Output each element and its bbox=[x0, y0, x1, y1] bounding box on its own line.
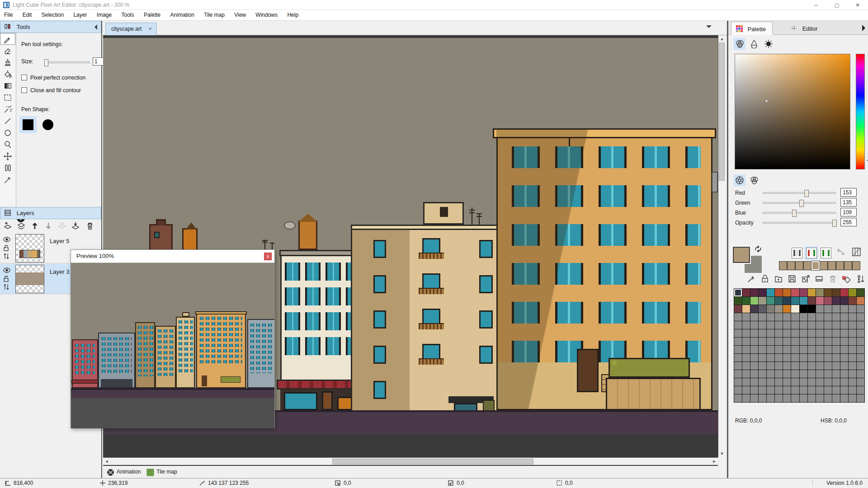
palette-color-cell[interactable] bbox=[775, 370, 783, 378]
palette-color-cell[interactable] bbox=[783, 313, 791, 321]
menu-windows[interactable]: Windows bbox=[251, 10, 282, 20]
palette-color-cell[interactable] bbox=[832, 329, 840, 337]
palette-presets-icon[interactable] bbox=[814, 274, 824, 284]
palette-color-cell[interactable] bbox=[742, 321, 750, 329]
palette-color-cell[interactable] bbox=[742, 354, 750, 361]
title-bar[interactable]: Light Cube Pixel Art Editor: cityscape.a… bbox=[0, 0, 868, 10]
palette-color-cell[interactable] bbox=[849, 297, 856, 305]
shade-swatch[interactable] bbox=[787, 261, 795, 270]
palette-color-cell[interactable] bbox=[734, 289, 742, 296]
palette-color-cell[interactable] bbox=[857, 394, 864, 402]
palette-color-cell[interactable] bbox=[759, 329, 766, 337]
palette-color-cell[interactable] bbox=[824, 338, 832, 345]
palette-color-cell[interactable] bbox=[767, 386, 774, 394]
palette-color-cell[interactable] bbox=[783, 321, 791, 329]
palette-color-cell[interactable] bbox=[832, 313, 840, 321]
menu-tools[interactable]: Tools bbox=[118, 10, 138, 20]
palette-color-cell[interactable] bbox=[800, 321, 807, 329]
palette-color-cell[interactable] bbox=[832, 362, 840, 370]
lock-icon[interactable] bbox=[3, 244, 10, 251]
shade-swatch[interactable] bbox=[811, 261, 820, 270]
rect-select-tool-button[interactable] bbox=[0, 92, 15, 103]
palette-color-cell[interactable] bbox=[742, 329, 750, 337]
palette-color-cell[interactable] bbox=[857, 378, 864, 386]
menu-selection[interactable]: Selection bbox=[38, 10, 68, 20]
palette-color-cell[interactable] bbox=[832, 321, 840, 329]
menu-animation[interactable]: Animation bbox=[166, 10, 198, 20]
tab-palette[interactable]: Palette bbox=[731, 22, 773, 35]
rgb-circles-icon[interactable] bbox=[748, 174, 760, 186]
palette-color-cell[interactable] bbox=[816, 362, 824, 370]
palette-color-cell[interactable] bbox=[808, 386, 816, 394]
palette-color-cell[interactable] bbox=[742, 305, 750, 313]
palette-color-cell[interactable] bbox=[857, 313, 864, 321]
palette-color-cell[interactable] bbox=[800, 386, 807, 394]
preview-title-bar[interactable]: Preview 100% x bbox=[71, 250, 274, 263]
palette-color-cell[interactable] bbox=[767, 305, 774, 313]
lock-palette-icon[interactable] bbox=[760, 274, 770, 284]
shade-swatch[interactable] bbox=[803, 261, 811, 270]
palette-color-cell[interactable] bbox=[750, 313, 758, 321]
palette-color-cell[interactable] bbox=[840, 313, 848, 321]
palette-color-cell[interactable] bbox=[800, 354, 807, 361]
delete-palette-icon[interactable] bbox=[828, 274, 838, 284]
palette-color-cell[interactable] bbox=[808, 321, 816, 329]
palette-color-cell[interactable] bbox=[824, 378, 832, 386]
green-slider[interactable] bbox=[763, 202, 836, 204]
palette-color-cell[interactable] bbox=[840, 321, 848, 329]
current-color-swatch[interactable] bbox=[733, 247, 750, 263]
ellipse-tool-button[interactable] bbox=[0, 127, 15, 139]
palette-color-cell[interactable] bbox=[840, 338, 848, 345]
palette-color-cell[interactable] bbox=[849, 386, 856, 394]
layer3-thumbnail[interactable] bbox=[15, 265, 44, 293]
document-tab[interactable]: cityscape.art × bbox=[105, 23, 157, 35]
palette-color-cell[interactable] bbox=[857, 289, 864, 296]
menu-file[interactable]: File bbox=[0, 10, 17, 20]
palette-color-cell[interactable] bbox=[759, 362, 766, 370]
palette-color-cell[interactable] bbox=[824, 394, 832, 402]
palette-color-cell[interactable] bbox=[800, 305, 807, 313]
palette-view-bars-gray-icon[interactable] bbox=[792, 248, 802, 258]
palette-color-cell[interactable] bbox=[759, 313, 766, 321]
palette-color-cell[interactable] bbox=[750, 394, 758, 402]
palette-color-cell[interactable] bbox=[767, 321, 774, 329]
layers-panel-header[interactable]: Layers bbox=[0, 207, 101, 219]
palette-color-cell[interactable] bbox=[816, 297, 824, 305]
palette-color-cell[interactable] bbox=[800, 289, 807, 296]
pen-tool-button[interactable] bbox=[0, 33, 15, 45]
palette-color-cell[interactable] bbox=[824, 354, 832, 361]
palette-color-cell[interactable] bbox=[791, 329, 799, 337]
palette-color-cell[interactable] bbox=[775, 321, 783, 329]
palette-color-cell[interactable] bbox=[750, 386, 758, 394]
palette-color-cell[interactable] bbox=[800, 378, 807, 386]
palette-color-cell[interactable] bbox=[824, 305, 832, 313]
palette-color-cell[interactable] bbox=[840, 394, 848, 402]
palette-color-cell[interactable] bbox=[849, 305, 856, 313]
expand-panel-icon[interactable] bbox=[862, 25, 865, 31]
palette-color-cell[interactable] bbox=[800, 329, 807, 337]
add-shade-icon[interactable] bbox=[835, 248, 846, 258]
palette-color-cell[interactable] bbox=[750, 329, 758, 337]
palette-color-cell[interactable] bbox=[791, 354, 799, 361]
palette-color-cell[interactable] bbox=[816, 394, 824, 402]
palette-color-cell[interactable] bbox=[832, 346, 840, 353]
palette-color-cell[interactable] bbox=[824, 386, 832, 394]
palette-color-cell[interactable] bbox=[791, 289, 799, 296]
blue-value-input[interactable]: 109 bbox=[840, 208, 857, 216]
palette-color-cell[interactable] bbox=[816, 378, 824, 386]
palette-color-cell[interactable] bbox=[734, 329, 742, 337]
palette-color-cell[interactable] bbox=[849, 354, 856, 361]
add-layer-button[interactable] bbox=[3, 221, 13, 231]
palette-color-cell[interactable] bbox=[824, 346, 832, 353]
tilemap-tab[interactable]: Tile map bbox=[156, 469, 177, 475]
menu-help[interactable]: Help bbox=[283, 10, 302, 20]
saturation-value-picker[interactable] bbox=[735, 54, 850, 169]
shade-swatch[interactable] bbox=[836, 261, 844, 270]
shade-swatch[interactable] bbox=[844, 261, 852, 270]
palette-color-cell[interactable] bbox=[816, 386, 824, 394]
palette-color-cell[interactable] bbox=[775, 329, 783, 337]
layer-settings-icon[interactable] bbox=[3, 253, 10, 260]
horizontal-scroll-thumb[interactable] bbox=[332, 459, 533, 465]
gradient-tool-button[interactable] bbox=[0, 80, 15, 92]
palette-color-cell[interactable] bbox=[775, 313, 783, 321]
